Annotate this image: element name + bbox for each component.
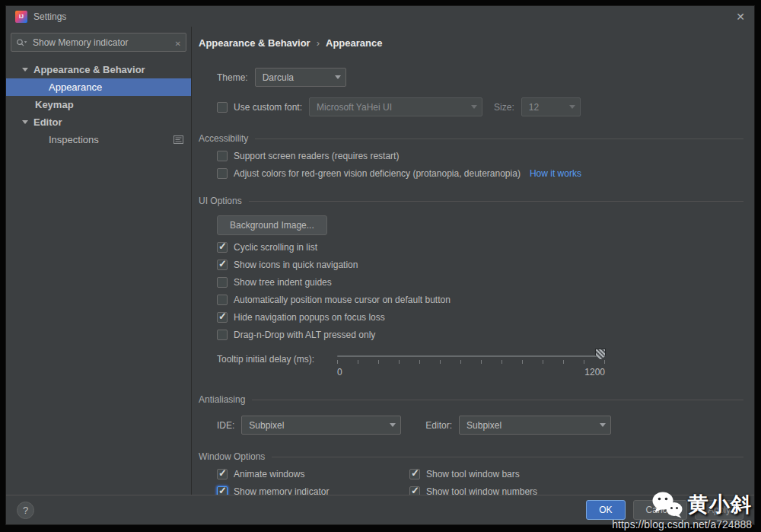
slider-ticks [337, 360, 605, 364]
checkbox-box[interactable] [217, 168, 228, 179]
sidebar-item-appearance-behavior[interactable]: Appearance & Behavior [6, 61, 191, 78]
section-divider [249, 201, 743, 202]
chevron-down-icon [385, 416, 400, 434]
search-input[interactable] [31, 37, 171, 49]
color-deficiency-checkbox[interactable]: Adjust colors for red-green vision defic… [217, 168, 743, 179]
drag-n-drop-alt-checkbox[interactable]: Drag-n-Drop with ALT pressed only [217, 330, 743, 340]
breadcrumb: Appearance & Behavior › Appearance [199, 37, 743, 49]
checkbox-box[interactable] [217, 260, 228, 270]
sidebar-item-keymap[interactable]: Keymap [6, 96, 191, 113]
mouse-cursor-default-button-checkbox[interactable]: Automatically position mouse cursor on d… [217, 295, 743, 305]
use-custom-font-checkbox[interactable]: Use custom font: [217, 102, 302, 113]
ide-antialiasing-label: IDE: [217, 420, 234, 431]
animate-windows-checkbox[interactable]: Animate windows [217, 469, 409, 479]
section-ui-options: UI Options [199, 196, 743, 206]
editor-antialiasing-label: Editor: [425, 420, 452, 431]
chevron-down-icon [565, 98, 580, 116]
checkbox-box[interactable] [409, 486, 420, 495]
apply-button[interactable]: Apply [695, 500, 743, 520]
chevron-down-icon [466, 98, 482, 116]
breadcrumb-root[interactable]: Appearance & Behavior [199, 37, 310, 49]
search-field[interactable] [11, 33, 186, 52]
checkbox-box[interactable] [217, 330, 228, 340]
tooltip-delay-slider[interactable]: 0 1200 [337, 355, 605, 377]
tree-indent-guides-checkbox[interactable]: Show tree indent guides [217, 277, 743, 288]
close-icon[interactable]: ✕ [736, 11, 745, 22]
background-image-button[interactable]: Background Image... [217, 215, 327, 235]
theme-label: Theme: [217, 72, 248, 83]
editor-antialiasing-select[interactable]: Subpixel [459, 416, 611, 435]
custom-font-select[interactable]: Microsoft YaHei UI [309, 97, 482, 116]
cancel-button[interactable]: Cancel [633, 500, 687, 520]
titlebar: IJ Settings ✕ [6, 6, 754, 27]
checkbox-box[interactable] [217, 486, 228, 495]
slider-thumb[interactable] [595, 349, 606, 360]
intellij-logo-icon: IJ [15, 11, 27, 23]
breadcrumb-current: Appearance [326, 37, 382, 49]
sidebar-item-inspections[interactable]: Inspections [6, 131, 191, 148]
checkbox-box[interactable] [217, 469, 228, 479]
show-tool-window-numbers-checkbox[interactable]: Show tool window numbers [409, 486, 743, 495]
chevron-down-icon[interactable] [22, 68, 28, 72]
show-tool-window-bars-checkbox[interactable]: Show tool window bars [409, 469, 743, 479]
how-it-works-link[interactable]: How it works [530, 168, 581, 179]
checkbox-box[interactable] [217, 312, 228, 323]
section-divider [272, 457, 743, 457]
quick-navigation-icons-checkbox[interactable]: Show icons in quick navigation [217, 260, 743, 270]
clear-search-icon[interactable] [175, 36, 181, 49]
chevron-down-icon [595, 416, 610, 434]
settings-content: Appearance & Behavior › Appearance Theme… [192, 27, 754, 495]
checkbox-box[interactable] [217, 151, 228, 161]
cyclic-scrolling-checkbox[interactable]: Cyclic scrolling in list [217, 242, 743, 253]
slider-max-label: 1200 [584, 367, 605, 377]
section-divider [255, 139, 743, 139]
chevron-down-icon [330, 68, 345, 86]
window-title: Settings [33, 11, 66, 22]
font-size-select[interactable]: 12 [521, 97, 581, 116]
checkbox-box[interactable] [217, 102, 228, 113]
help-button[interactable]: ? [17, 502, 34, 519]
checkbox-box[interactable] [217, 277, 228, 288]
section-accessibility: Accessibility [199, 133, 743, 144]
sidebar-item-editor[interactable]: Editor [6, 113, 191, 131]
dialog-footer: ? OK Cancel Apply [6, 495, 754, 524]
breadcrumb-separator: › [317, 37, 320, 49]
settings-sidebar: Appearance & Behavior Appearance Keymap … [6, 27, 192, 495]
sidebar-item-appearance[interactable]: Appearance [6, 78, 191, 96]
screen-readers-checkbox[interactable]: Support screen readers (requires restart… [217, 151, 743, 161]
section-antialiasing: Antialiasing [199, 394, 743, 405]
ide-antialiasing-select[interactable]: Subpixel [241, 416, 401, 435]
inspections-badge-icon [174, 135, 183, 144]
settings-tree: Appearance & Behavior Appearance Keymap … [6, 61, 191, 148]
checkbox-box[interactable] [217, 242, 228, 253]
settings-dialog: IJ Settings ✕ Ap [5, 5, 755, 525]
desktop: IJ Settings ✕ Ap [0, 0, 761, 532]
search-icon[interactable] [16, 38, 27, 47]
hide-navigation-popups-checkbox[interactable]: Hide navigation popups on focus loss [217, 312, 743, 323]
slider-min-label: 0 [337, 367, 342, 377]
checkbox-box[interactable] [409, 469, 420, 479]
font-size-label: Size: [494, 102, 514, 113]
ok-button[interactable]: OK [586, 500, 625, 520]
chevron-down-icon[interactable] [22, 120, 28, 124]
slider-track[interactable] [337, 355, 605, 357]
show-memory-indicator-checkbox[interactable]: Show memory indicator [217, 486, 409, 495]
tooltip-delay-label: Tooltip initial delay (ms): [217, 352, 337, 365]
section-divider [252, 400, 743, 400]
section-window-options: Window Options [199, 451, 743, 462]
checkbox-box[interactable] [217, 295, 228, 305]
theme-select[interactable]: Darcula [255, 68, 346, 87]
